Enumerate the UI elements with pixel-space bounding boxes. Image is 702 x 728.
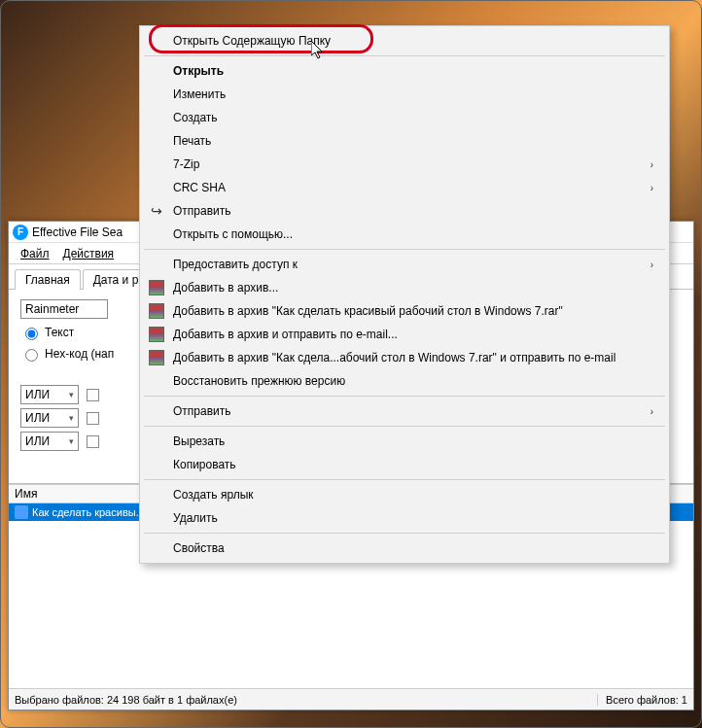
share-icon: ↪ (148, 202, 165, 220)
menu-item-label: Создать (173, 111, 218, 124)
rar-icon (148, 326, 165, 343)
radio-hex-label: Hex-код (нап (45, 347, 114, 361)
logic-combo-2[interactable]: ИЛИ▾ (20, 408, 79, 428)
radio-text[interactable] (25, 328, 38, 340)
rar-icon (148, 349, 165, 366)
menu-item-label: Добавить в архив и отправить по e-mail..… (173, 328, 398, 341)
menu-item-label: Вырезать (173, 434, 225, 448)
menu-separator (144, 55, 665, 56)
menu-item-label: Добавить в архив... (173, 281, 278, 295)
rar-icon (148, 302, 165, 320)
menu-item-label: Печать (173, 134, 211, 148)
chevron-right-icon: › (650, 159, 653, 170)
menu-file[interactable]: Файл (15, 245, 55, 262)
check-2[interactable] (87, 412, 99, 425)
context-menu-item[interactable]: Открыть (142, 59, 667, 83)
context-menu-item[interactable]: Создать ярлык (142, 483, 667, 506)
menu-separator (144, 426, 665, 427)
context-menu-item[interactable]: Добавить в архив и отправить по e-mail..… (142, 323, 667, 346)
chevron-down-icon: ▾ (69, 436, 74, 446)
context-menu-item[interactable]: Добавить в архив "Как сдела...абочий сто… (142, 346, 667, 369)
menu-item-label: Копировать (173, 458, 236, 471)
tab-main[interactable]: Главная (15, 269, 81, 290)
context-menu-item[interactable]: Печать (142, 129, 667, 153)
check-3[interactable] (87, 435, 99, 448)
chevron-right-icon: › (650, 406, 653, 417)
context-menu-item[interactable]: Создать (142, 106, 667, 129)
menu-item-label: Свойства (173, 541, 225, 555)
column-name: Имя (15, 487, 37, 501)
menu-item-label: Предоставить доступ к (173, 258, 298, 271)
context-menu-item[interactable]: Добавить в архив "Как сделать красивый р… (142, 299, 667, 323)
context-menu-item[interactable]: Предоставить доступ к› (142, 253, 667, 276)
menu-item-label: Изменить (173, 87, 226, 101)
menu-separator (144, 396, 665, 397)
context-menu-item[interactable]: Открыть с помощью... (142, 223, 667, 246)
context-menu-item[interactable]: Вырезать (142, 430, 667, 453)
context-menu-item[interactable]: 7-Zip› (142, 153, 667, 176)
menu-item-label: Добавить в архив "Как сделать красивый р… (173, 304, 563, 318)
context-menu-item[interactable]: Копировать (142, 453, 667, 476)
menu-actions[interactable]: Действия (57, 245, 121, 262)
window-title: Effective File Sea (32, 225, 123, 239)
menu-separator (144, 533, 665, 534)
menu-item-label: Открыть Содержащую Папку (173, 34, 331, 48)
menu-item-label: Открыть (173, 64, 224, 78)
chevron-right-icon: › (650, 260, 653, 270)
status-selected: Выбрано файлов: 24 198 байт в 1 файлах(е… (15, 694, 598, 706)
chevron-down-icon: ▾ (69, 390, 74, 399)
chevron-right-icon: › (650, 183, 653, 193)
status-bar: Выбрано файлов: 24 198 байт в 1 файлах(е… (9, 688, 693, 710)
context-menu-item[interactable]: Отправить› (142, 399, 667, 423)
context-menu: Открыть Содержащую ПапкуОткрытьИзменитьС… (139, 25, 670, 564)
search-input[interactable] (20, 299, 108, 319)
menu-item-label: Добавить в архив "Как сдела...абочий сто… (173, 351, 615, 364)
chevron-down-icon: ▾ (69, 413, 74, 423)
logic-combo-1[interactable]: ИЛИ▾ (20, 385, 79, 404)
menu-item-label: Восстановить прежнюю версию (173, 374, 345, 388)
context-menu-item[interactable]: Добавить в архив... (142, 276, 667, 299)
context-menu-item[interactable]: Удалить (142, 506, 667, 530)
app-icon: F (13, 225, 28, 240)
context-menu-item[interactable]: Изменить (142, 83, 667, 106)
menu-separator (144, 249, 665, 250)
status-total: Всего файлов: 1 (598, 694, 687, 706)
menu-separator (144, 479, 665, 480)
context-menu-item[interactable]: CRC SHA› (142, 176, 667, 199)
file-icon (15, 505, 28, 519)
context-menu-item[interactable]: Свойства (142, 537, 667, 560)
context-menu-item[interactable]: Открыть Содержащую Папку (142, 29, 667, 52)
logic-combo-3[interactable]: ИЛИ▾ (20, 432, 79, 451)
menu-item-label: Открыть с помощью... (173, 227, 293, 241)
radio-text-label: Текст (45, 326, 74, 339)
menu-item-label: 7-Zip (173, 157, 199, 171)
check-1[interactable] (87, 389, 99, 401)
radio-hex[interactable] (25, 349, 38, 362)
rar-icon (148, 279, 165, 296)
context-menu-item[interactable]: Восстановить прежнюю версию (142, 369, 667, 393)
context-menu-item[interactable]: ↪Отправить (142, 199, 667, 223)
menu-item-label: Отправить (173, 404, 231, 418)
menu-item-label: Отправить (173, 204, 231, 218)
menu-item-label: CRC SHA (173, 181, 226, 194)
menu-item-label: Создать ярлык (173, 488, 254, 502)
menu-item-label: Удалить (173, 511, 218, 525)
